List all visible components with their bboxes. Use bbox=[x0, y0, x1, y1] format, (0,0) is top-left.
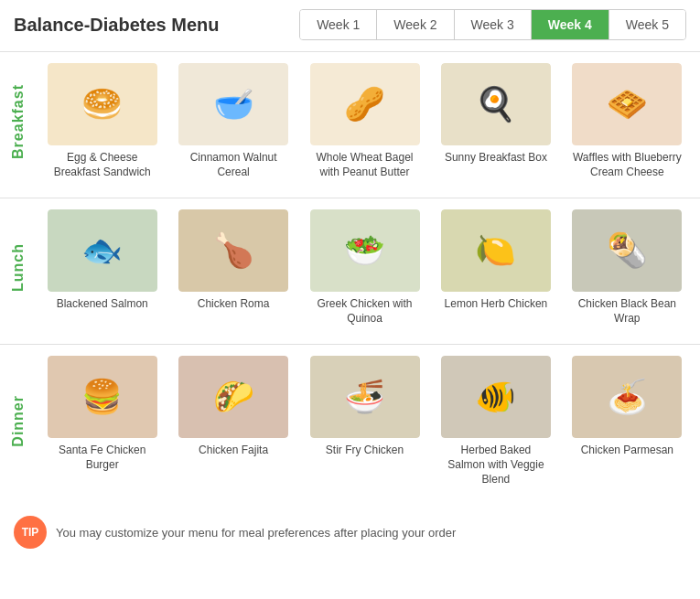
week-tab-2[interactable]: Week 2 bbox=[377, 10, 454, 39]
section-row-breakfast: Breakfast🥯Egg & Cheese Breakfast Sandwic… bbox=[0, 51, 700, 190]
meal-card[interactable]: 🥗Greek Chicken with Quinoa bbox=[299, 209, 430, 326]
week-tab-5[interactable]: Week 5 bbox=[609, 10, 685, 39]
meal-image: 🍜 bbox=[310, 356, 420, 438]
meal-image-placeholder: 🥗 bbox=[310, 209, 420, 292]
meal-image-placeholder: 🥜 bbox=[310, 63, 420, 145]
section-row-dinner: Dinner🍔Santa Fe Chicken Burger🌮Chicken F… bbox=[0, 344, 700, 497]
meal-card[interactable]: 🍳Sunny Breakfast Box bbox=[430, 63, 561, 179]
meal-image-placeholder: 🍗 bbox=[178, 209, 288, 292]
tip-row: TIP You may customize your menu for meal… bbox=[0, 505, 700, 556]
meal-image: 🍋 bbox=[441, 209, 551, 292]
meal-name: Cinnamon Walnut Cereal bbox=[178, 151, 288, 179]
meal-card[interactable]: 🧇Waffles with Blueberry Cream Cheese bbox=[562, 63, 693, 179]
meal-image-placeholder: 🍳 bbox=[441, 63, 551, 145]
section-label-container-dinner: Dinner bbox=[0, 345, 37, 497]
section-label-dinner: Dinner bbox=[10, 395, 27, 447]
meal-image-placeholder: 🐟 bbox=[48, 209, 157, 292]
meal-image-placeholder: 🐠 bbox=[441, 356, 551, 438]
meal-image-placeholder: 🍔 bbox=[48, 356, 157, 438]
week-tabs: Week 1Week 2Week 3Week 4Week 5 bbox=[299, 9, 686, 40]
meal-name: Herbed Baked Salmon with Veggie Blend bbox=[441, 444, 551, 487]
page-title: Balance-Diabetes Menu bbox=[14, 15, 290, 36]
meal-image-placeholder: 🍋 bbox=[441, 209, 551, 292]
meal-name: Waffles with Blueberry Cream Cheese bbox=[572, 151, 682, 179]
meal-image: 🥗 bbox=[310, 209, 420, 292]
meal-card[interactable]: 🌮Chicken Fajita bbox=[167, 356, 298, 487]
meal-image-placeholder: 🍜 bbox=[310, 356, 420, 438]
meal-name: Egg & Cheese Breakfast Sandwich bbox=[48, 151, 157, 179]
meal-card[interactable]: 🌯Chicken Black Bean Wrap bbox=[562, 209, 693, 326]
meal-card[interactable]: 🐟Blackened Salmon bbox=[37, 209, 167, 326]
meal-name: Lemon Herb Chicken bbox=[445, 297, 548, 312]
meal-name: Santa Fe Chicken Burger bbox=[48, 444, 157, 472]
meal-image: 🐠 bbox=[441, 356, 551, 438]
meal-image: 🥣 bbox=[178, 63, 288, 145]
meal-card[interactable]: 🥜Whole Wheat Bagel with Peanut Butter bbox=[299, 63, 430, 179]
meal-image: 🍔 bbox=[48, 356, 157, 438]
meal-card[interactable]: 🍗Chicken Roma bbox=[167, 209, 298, 326]
meal-name: Greek Chicken with Quinoa bbox=[310, 297, 420, 326]
meal-name: Chicken Roma bbox=[198, 297, 270, 312]
section-label-container-breakfast: Breakfast bbox=[0, 52, 37, 190]
meal-image-placeholder: 🥣 bbox=[178, 63, 288, 145]
meal-image: 🌯 bbox=[572, 209, 682, 292]
sections-container: Breakfast🥯Egg & Cheese Breakfast Sandwic… bbox=[0, 51, 700, 497]
section-row-lunch: Lunch🐟Blackened Salmon🍗Chicken Roma🥗Gree… bbox=[0, 198, 700, 337]
header-row: Balance-Diabetes Menu Week 1Week 2Week 3… bbox=[0, 9, 700, 51]
section-label-breakfast: Breakfast bbox=[10, 84, 27, 159]
week-tab-1[interactable]: Week 1 bbox=[300, 10, 377, 39]
section-label-lunch: Lunch bbox=[10, 243, 27, 292]
meal-card[interactable]: 🥣Cinnamon Walnut Cereal bbox=[167, 63, 298, 179]
meal-image-placeholder: 🌯 bbox=[572, 209, 682, 292]
meal-image: 🥜 bbox=[310, 63, 420, 145]
meal-name: Chicken Parmesan bbox=[581, 444, 673, 458]
meal-name: Blackened Salmon bbox=[57, 297, 148, 312]
meals-grid-dinner: 🍔Santa Fe Chicken Burger🌮Chicken Fajita🍜… bbox=[37, 345, 700, 497]
meal-image-placeholder: 🌮 bbox=[178, 356, 288, 438]
meal-image: 🥯 bbox=[48, 63, 157, 145]
meal-card[interactable]: 🐠Herbed Baked Salmon with Veggie Blend bbox=[430, 356, 561, 487]
tip-badge: TIP bbox=[14, 516, 47, 549]
week-tab-4[interactable]: Week 4 bbox=[532, 10, 609, 39]
meal-image-placeholder: 🧇 bbox=[572, 63, 682, 145]
meal-image: 🐟 bbox=[48, 209, 157, 292]
meal-card[interactable]: 🥯Egg & Cheese Breakfast Sandwich bbox=[37, 63, 167, 179]
meal-card[interactable]: 🍔Santa Fe Chicken Burger bbox=[37, 356, 167, 487]
section-label-container-lunch: Lunch bbox=[0, 198, 37, 337]
meal-image: 🌮 bbox=[178, 356, 288, 438]
tip-text: You may customize your menu for meal pre… bbox=[56, 526, 456, 540]
page-container: Balance-Diabetes Menu Week 1Week 2Week 3… bbox=[0, 0, 700, 565]
week-tab-3[interactable]: Week 3 bbox=[455, 10, 532, 39]
meal-name: Chicken Fajita bbox=[199, 444, 268, 458]
meal-card[interactable]: 🍋Lemon Herb Chicken bbox=[430, 209, 561, 326]
meal-image-placeholder: 🥯 bbox=[48, 63, 157, 145]
meal-name: Sunny Breakfast Box bbox=[445, 151, 547, 166]
meal-image-placeholder: 🍝 bbox=[572, 356, 682, 438]
meal-card[interactable]: 🍜Stir Fry Chicken bbox=[299, 356, 430, 487]
meal-image: 🧇 bbox=[572, 63, 682, 145]
meals-grid-lunch: 🐟Blackened Salmon🍗Chicken Roma🥗Greek Chi… bbox=[37, 198, 700, 337]
meal-image: 🍳 bbox=[441, 63, 551, 145]
meal-name: Stir Fry Chicken bbox=[326, 444, 404, 458]
meal-image: 🍗 bbox=[178, 209, 288, 292]
meal-name: Chicken Black Bean Wrap bbox=[572, 297, 682, 326]
meal-card[interactable]: 🍝Chicken Parmesan bbox=[562, 356, 693, 487]
meals-grid-breakfast: 🥯Egg & Cheese Breakfast Sandwich🥣Cinnamo… bbox=[37, 52, 700, 190]
meal-name: Whole Wheat Bagel with Peanut Butter bbox=[310, 151, 420, 179]
meal-image: 🍝 bbox=[572, 356, 682, 438]
